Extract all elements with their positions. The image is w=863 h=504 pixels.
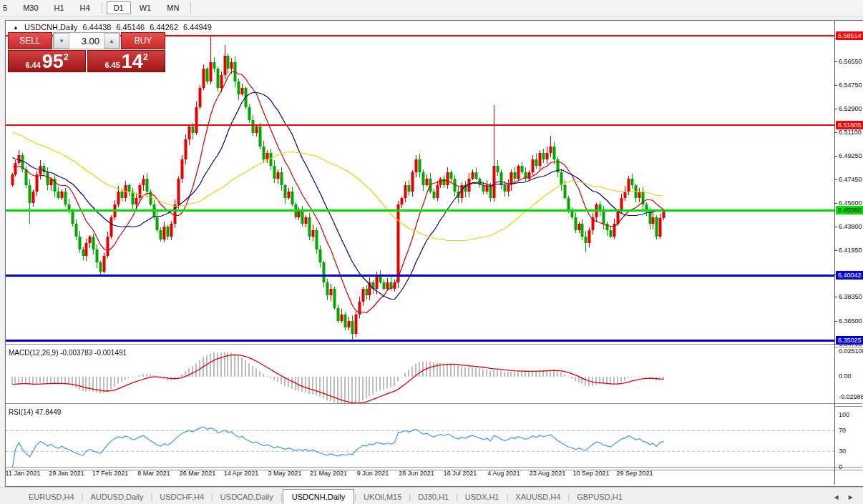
- price-tick-label: 6.51100: [839, 129, 862, 136]
- toolbar-timeframe-d1[interactable]: D1: [107, 1, 131, 14]
- one-click-panel-toggle-icon[interactable]: ▲: [13, 24, 19, 31]
- price-tick-mark: [834, 227, 837, 227]
- rsi-indicator-label: RSI(14) 47.8449: [9, 408, 61, 416]
- tab-usdcnh-daily[interactable]: USDCNH,Daily: [283, 489, 355, 504]
- price-tick-label: 6.47450: [839, 176, 862, 183]
- price-tick-label: 6.54750: [839, 81, 862, 89]
- date-axis-label: 3 May 2021: [268, 470, 301, 477]
- date-axis-label: 28 Jun 2021: [399, 470, 434, 477]
- price-tick-mark: [834, 321, 837, 322]
- macd-indicator-label: MACD(12,26,9) -0.003783 -0.001491: [9, 349, 127, 357]
- date-axis-label: 23 Aug 2021: [530, 470, 566, 477]
- ohlc-low: 6.44262: [150, 23, 178, 31]
- price-line-label: 6.35025: [836, 336, 863, 345]
- macd-axis-label: 0.00: [839, 372, 852, 380]
- price-line-label: 6.51605: [836, 121, 863, 129]
- chart-symbol-label: USDCNH,Daily: [24, 23, 78, 31]
- buy-button[interactable]: BUY: [121, 32, 165, 49]
- date-axis-label: 29 Jan 2021: [49, 470, 84, 477]
- tab-ukoil-m15[interactable]: UKOil,M15: [356, 490, 409, 504]
- rsi-axis-label: 30: [839, 448, 846, 455]
- volume-increase-button[interactable]: ▲: [104, 33, 120, 49]
- rsi-indicator-canvas[interactable]: [6, 405, 834, 467]
- tab-eurusd-h4[interactable]: EURUSD,H4: [21, 490, 82, 504]
- price-tick-mark: [834, 179, 837, 180]
- macd-indicator-canvas[interactable]: [6, 346, 834, 403]
- price-tick-label: 6.38350: [839, 293, 862, 300]
- chevron-down-icon: ▼: [59, 38, 64, 44]
- price-tick-label: 6.52900: [839, 105, 862, 112]
- tab-xauusd-h4[interactable]: XAUUSD,H4: [508, 490, 567, 504]
- price-tick-mark: [834, 250, 837, 251]
- price-axis-divider: [834, 21, 835, 485]
- price-line-label: 6.40042: [836, 271, 863, 280]
- toolbar-separator: [190, 2, 191, 14]
- toolbar-timeframe-w1[interactable]: W1: [132, 1, 159, 14]
- price-tick-label: 6.56550: [839, 58, 862, 65]
- price-tick-label: 6.41950: [839, 247, 862, 254]
- price-tick-mark: [834, 156, 837, 157]
- toolbar-timeframe-m30[interactable]: M30: [16, 1, 45, 14]
- price-tick-label: 6.49250: [839, 152, 862, 159]
- price-tick-mark: [834, 297, 837, 297]
- macd-axis-label: 0.025108: [839, 347, 863, 355]
- date-axis-label: 11 Jan 2021: [6, 470, 41, 477]
- volume-decrease-button[interactable]: ▼: [54, 33, 69, 49]
- volume-input[interactable]: [69, 33, 104, 49]
- sell-price-sup: 2: [64, 52, 69, 62]
- macd-axis-label: -0.02988: [839, 393, 863, 400]
- toolbar-timeframe-h4[interactable]: H4: [73, 1, 97, 14]
- sell-button[interactable]: SELL: [8, 32, 52, 49]
- chart-title: ▲ USDCNH,Daily 6.44438 6.45146 6.44262 6…: [13, 23, 215, 31]
- date-axis-label: 29 Sep 2021: [616, 470, 653, 477]
- buy-price-small: 6.45: [104, 60, 120, 71]
- sell-price-small: 6.44: [25, 60, 40, 71]
- price-tick-label: 6.43800: [839, 223, 862, 230]
- tabs-scroll-left-icon[interactable]: ◀: [834, 494, 842, 500]
- chart-tab-bar: EURUSD,H4|AUDUSD,Daily|USDCHF,H4|USDCAD,…: [0, 487, 863, 504]
- tab-gbpusd-h1[interactable]: GBPUSD,H1: [570, 490, 630, 504]
- price-tick-mark: [834, 85, 837, 86]
- tabs-scroll-right-icon[interactable]: ▶: [849, 494, 857, 500]
- price-tick-mark: [834, 203, 837, 204]
- price-tick-mark: [834, 132, 837, 133]
- sell-quote-button[interactable]: 6.44 95 2: [8, 50, 86, 72]
- rsi-axis-label: 100: [839, 411, 849, 418]
- tab-dj30-h1[interactable]: DJ30,H1: [411, 490, 456, 504]
- date-axis-label: 26 Mar 2021: [180, 470, 216, 477]
- ohlc-open: 6.44438: [83, 23, 112, 31]
- date-axis-label: 8 Mar 2021: [137, 470, 170, 477]
- ohlc-high: 6.45146: [116, 23, 145, 31]
- tab-usdchf-h4[interactable]: USDCHF,H4: [152, 490, 211, 504]
- date-axis-label: 17 Feb 2021: [92, 470, 129, 477]
- price-line-label: 6.58514: [836, 31, 863, 40]
- one-click-trade-panel: SELL ▼ ▲ BUY 6.44 95 2 6.45 14 2: [8, 32, 165, 72]
- tab-usdx-h1[interactable]: USDX,H1: [458, 490, 507, 504]
- date-axis-label: 10 Sep 2021: [572, 470, 609, 477]
- price-tick-mark: [834, 61, 837, 62]
- tab-audusd-daily[interactable]: AUDUSD,Daily: [83, 490, 150, 504]
- price-line-label: 6.45060: [836, 206, 863, 214]
- tab-usdcad-daily[interactable]: USDCAD,Daily: [213, 490, 281, 504]
- date-axis-label: 14 Apr 2021: [224, 470, 259, 477]
- toolbar-separator: [102, 2, 102, 14]
- sell-price-big: 95: [42, 53, 64, 71]
- price-tick-label: 6.36500: [839, 317, 862, 325]
- timeframe-toolbar: 5M30H1H4D1W1MN: [0, 0, 863, 16]
- buy-quote-button[interactable]: 6.45 14 2: [87, 50, 165, 72]
- chevron-up-icon: ▲: [109, 38, 114, 44]
- date-axis-label: 16 Jul 2021: [444, 470, 477, 477]
- buy-price-sup: 2: [143, 52, 148, 62]
- date-axis-label: 21 May 2021: [310, 470, 347, 477]
- ohlc-close: 6.44949: [183, 23, 212, 31]
- toolbar-timeframe-mn[interactable]: MN: [160, 1, 186, 14]
- price-tick-mark: [834, 109, 837, 109]
- buy-price-big: 14: [122, 53, 143, 71]
- chart-window: ▲ USDCNH,Daily 6.44438 6.45146 6.44262 6…: [5, 20, 863, 487]
- date-axis-label: 9 Jun 2021: [357, 470, 389, 477]
- toolbar-timeframe-5[interactable]: 5: [0, 1, 14, 14]
- toolbar-timeframe-h1[interactable]: H1: [47, 1, 72, 14]
- rsi-axis-label: 70: [839, 427, 846, 434]
- rsi-axis-label: 0: [839, 463, 842, 470]
- date-axis-label: 4 Aug 2021: [487, 470, 520, 477]
